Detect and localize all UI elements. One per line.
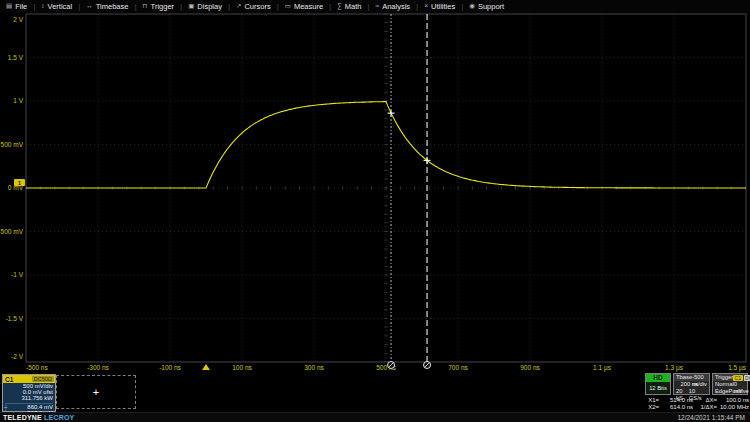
trigger-title: Trigger (715, 374, 733, 381)
menu-item-label: Vertical (48, 2, 73, 11)
menu-item-label: Math (345, 2, 362, 11)
timebase-icon: ↔ (86, 3, 93, 10)
menu-item-label: Utilities (431, 2, 455, 11)
menu-item-label: Cursors (244, 2, 270, 11)
channel-c1-descriptor[interactable]: C1 DC50Ω 500 mV/div 0.0 mV ofst 311.756 … (2, 374, 56, 412)
oscilloscope-app: ▤File|↕Vertical|↔Timebase|⊓Trigger|▣Disp… (0, 0, 750, 422)
x-axis-tick-label: 900 ns (520, 364, 540, 371)
channel-c1-coupling-badge: DC50Ω (32, 376, 54, 382)
waveform-plot[interactable]: 2 V1.5 V1 V500 mV0 mV-500 mV-1 V-1.5 V-2… (0, 13, 750, 372)
menu-item-label: File (15, 2, 27, 11)
cursors-icon: ↗ (236, 3, 241, 10)
x-axis-tick-label: 1.3 µs (665, 364, 684, 372)
channel-c1-zero-marker-label: 1 (18, 180, 21, 186)
y-axis-tick-label: 1.5 V (8, 54, 24, 61)
menu-item-vertical[interactable]: ↕Vertical (35, 0, 78, 13)
vertical-icon: ↕ (41, 3, 44, 10)
file-icon: ▤ (6, 3, 12, 10)
hd-bits: 12 Bits (646, 382, 670, 394)
support-icon: ◉ (469, 3, 475, 10)
menu-item-support[interactable]: ◉Support (463, 0, 510, 13)
menu-item-analysis[interactable]: ≈Analysis (370, 0, 417, 13)
trigger-level: 0 mV (734, 381, 745, 388)
hd-label: HD (646, 374, 670, 382)
x-axis-tick-label: -500 ns (26, 364, 48, 371)
y-axis-tick-label: -2 V (11, 353, 24, 360)
timebase-samples: 20 kS (676, 388, 689, 395)
trigger-time-marker[interactable] (202, 364, 210, 370)
trigger-coupling-badge: DC (744, 375, 750, 381)
dx-value: 100.0 ns (717, 397, 749, 404)
trigger-icon: ⊓ (143, 3, 148, 10)
menu-item-label: Display (197, 2, 222, 11)
y-axis-tick-label: 500 mV (1, 141, 24, 148)
add-trace-dropzone[interactable]: + (56, 375, 136, 409)
display-icon: ▣ (188, 3, 194, 10)
x2-label: X2= (643, 404, 659, 411)
trigger-descriptor[interactable]: Trigger C1 DC Normal 0 mV Edge Positive (712, 373, 748, 395)
timebase-per-div: 200 ns/div (681, 381, 707, 388)
x-axis-tick-label: 700 ns (448, 364, 468, 371)
y-axis-tick-label: -1 V (11, 271, 24, 278)
channel-c1-extra: 311.756 kW (3, 395, 55, 401)
menu-bar: ▤File|↕Vertical|↔Timebase|⊓Trigger|▣Disp… (0, 0, 750, 13)
analysis-icon: ≈ (376, 3, 380, 10)
inv-dx-label: 1/ΔX= (693, 404, 717, 411)
x1-label: X1= (643, 397, 659, 404)
x1-value: 514.0 ns (659, 397, 693, 404)
y-axis-tick-label: 2 V (13, 16, 23, 23)
timebase-descriptor[interactable]: Tbase -500 ns 200 ns/div 20 kS 10 GS/s (673, 373, 710, 395)
trigger-mode: Normal (715, 381, 734, 388)
trigger-source-badge: C1 (733, 375, 742, 381)
menu-item-math[interactable]: ∑Math (331, 0, 367, 13)
menu-item-file[interactable]: ▤File (0, 0, 33, 13)
inv-dx-value: 10.00 MHz (717, 404, 749, 411)
menu-item-label: Analysis (382, 2, 410, 11)
menu-item-label: Trigger (151, 2, 174, 11)
timebase-delay: -500 ns (692, 374, 707, 381)
menu-item-cursors[interactable]: ↗Cursors (230, 0, 277, 13)
y-axis-tick-label: -500 mV (0, 228, 24, 235)
trigger-type: Edge (715, 388, 729, 395)
cursor-readout: X1= 514.0 ns ΔX= 100.0 ns X2= 614.0 ns 1… (643, 397, 749, 411)
x-axis-tick-label: -100 ns (159, 364, 181, 371)
y-axis-tick-label: -1.5 V (6, 315, 24, 322)
menu-item-utilities[interactable]: ×Utilities (418, 0, 461, 13)
menu-item-trigger[interactable]: ⊓Trigger (137, 0, 181, 13)
y-axis-tick-label: 1 V (13, 97, 23, 104)
timebase-rate: 10 GS/s (689, 388, 707, 395)
channel-c1-header[interactable]: C1 DC50Ω (3, 375, 55, 383)
menu-item-label: Support (478, 2, 504, 11)
clock: 12/24/2021 1:15:44 PM (677, 414, 750, 421)
x2-value: 614.0 ns (659, 404, 693, 411)
x-axis-tick-label: -300 ns (87, 364, 109, 371)
utilities-icon: × (424, 3, 428, 10)
menu-item-measure[interactable]: ▭Measure (279, 0, 329, 13)
status-bar: TELEDYNE LECROY 12/24/2021 1:15:44 PM (0, 412, 750, 422)
menu-item-timebase[interactable]: ↔Timebase (80, 0, 134, 13)
menu-item-display[interactable]: ▣Display (182, 0, 228, 13)
hd-mode-box[interactable]: HD 12 Bits (645, 373, 671, 395)
menu-item-label: Measure (294, 2, 323, 11)
measure-icon: ▭ (285, 3, 291, 10)
menu-item-label: Timebase (96, 2, 129, 11)
channel-c1-label: C1 (3, 376, 15, 383)
x-axis-tick-label: 1.5 µs (728, 364, 747, 372)
trigger-slope: Positive (729, 388, 749, 395)
add-trace-plus-icon: + (93, 387, 99, 398)
x-axis-tick-label: 100 ns (232, 364, 252, 371)
x-axis-tick-label: 1.1 µs (593, 364, 612, 372)
timebase-title: Tbase (676, 374, 692, 381)
teledyne-lecroy-logo: TELEDYNE LECROY (0, 414, 74, 421)
math-icon: ∑ (337, 3, 342, 10)
x-axis-tick-label: 300 ns (304, 364, 324, 371)
dx-label: ΔX= (693, 397, 717, 404)
descriptor-panel: C1 DC50Ω 500 mV/div 0.0 mV ofst 311.756 … (0, 372, 750, 412)
